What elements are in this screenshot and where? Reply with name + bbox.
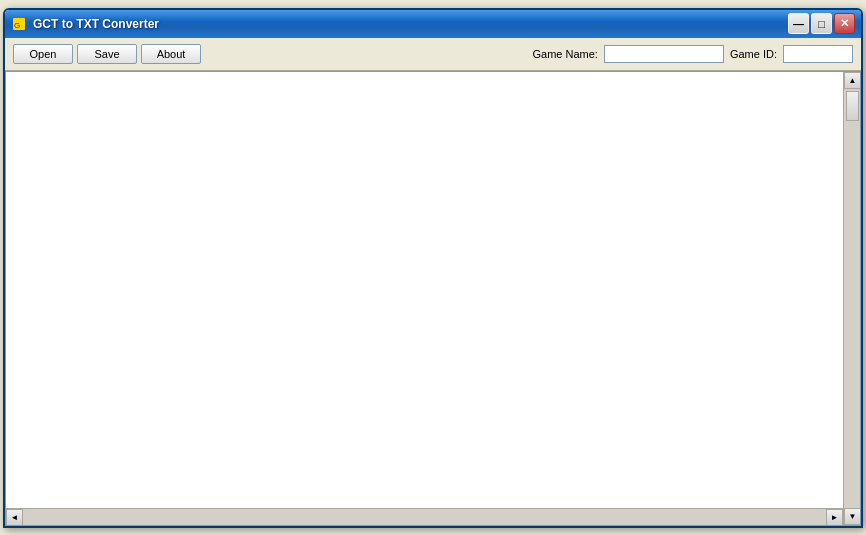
scroll-left-button[interactable]: ◄ bbox=[6, 509, 23, 526]
game-name-label: Game Name: bbox=[533, 48, 598, 60]
scroll-track-h[interactable] bbox=[23, 509, 826, 525]
open-button[interactable]: Open bbox=[13, 44, 73, 64]
game-fields: Game Name: Game ID: bbox=[533, 45, 854, 63]
scroll-thumb-v[interactable] bbox=[846, 91, 859, 121]
content-area: ▲ ▼ ◄ ► bbox=[5, 71, 861, 526]
maximize-button[interactable]: □ bbox=[811, 13, 832, 34]
scroll-up-button[interactable]: ▲ bbox=[844, 72, 861, 89]
save-button[interactable]: Save bbox=[77, 44, 137, 64]
app-icon: G bbox=[11, 16, 27, 32]
scroll-track-v[interactable] bbox=[844, 89, 860, 508]
scroll-right-button[interactable]: ► bbox=[826, 509, 843, 526]
svg-text:G: G bbox=[14, 21, 20, 30]
window-controls: — □ ✕ bbox=[788, 13, 855, 34]
title-bar: G GCT to TXT Converter — □ ✕ bbox=[5, 10, 861, 38]
close-button[interactable]: ✕ bbox=[834, 13, 855, 34]
horizontal-scrollbar[interactable]: ◄ ► bbox=[6, 508, 843, 525]
vertical-scrollbar[interactable]: ▲ ▼ bbox=[843, 72, 860, 525]
game-id-label: Game ID: bbox=[730, 48, 777, 60]
game-name-input[interactable] bbox=[604, 45, 724, 63]
about-button[interactable]: About bbox=[141, 44, 201, 64]
scroll-down-button[interactable]: ▼ bbox=[844, 508, 861, 525]
toolbar: Open Save About Game Name: Game ID: bbox=[5, 38, 861, 71]
main-window: G GCT to TXT Converter — □ ✕ Open Save A… bbox=[3, 8, 863, 528]
game-id-input[interactable] bbox=[783, 45, 853, 63]
window-title: GCT to TXT Converter bbox=[33, 17, 788, 31]
minimize-button[interactable]: — bbox=[788, 13, 809, 34]
